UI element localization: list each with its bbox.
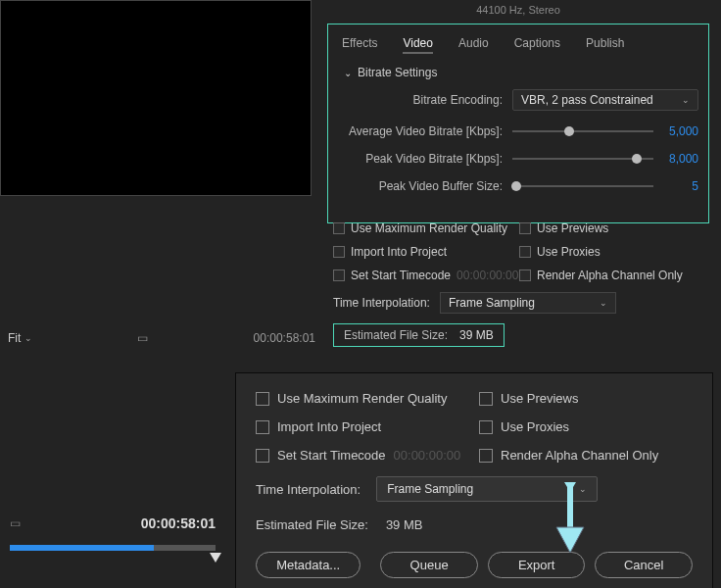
- import-label: Import Into Project: [351, 245, 447, 259]
- start-tc-label: Set Start Timecode: [351, 269, 451, 282]
- export-dialog: Use Maximum Render Quality Use Previews …: [235, 372, 713, 588]
- chevron-down-icon: ⌄: [344, 68, 352, 78]
- bitrate-encoding-label: Bitrate Encoding:: [338, 93, 512, 107]
- b-time-interp-label: Time Interpolation:: [256, 482, 360, 497]
- bitrate-section-header[interactable]: ⌄ Bitrate Settings: [338, 62, 698, 89]
- b-start-tc-value: 00:00:00:00: [394, 448, 461, 463]
- start-tc-checkbox[interactable]: [333, 270, 345, 281]
- b-max-render-label: Use Maximum Render Quality: [277, 391, 447, 406]
- chevron-down-icon: ⌄: [579, 484, 587, 494]
- playhead-icon: [210, 553, 221, 563]
- bitrate-section-label: Bitrate Settings: [358, 66, 437, 79]
- time-interp-dropdown[interactable]: Frame Sampling ⌄: [440, 292, 616, 314]
- b-use-proxies-checkbox[interactable]: [479, 420, 493, 434]
- b-max-render-checkbox[interactable]: [256, 392, 269, 406]
- peak-buffer-slider[interactable]: [512, 185, 653, 187]
- metadata-button[interactable]: Metadata...: [256, 552, 360, 578]
- peak-bitrate-slider[interactable]: [512, 158, 653, 160]
- max-render-checkbox[interactable]: [333, 222, 345, 234]
- max-render-label: Use Maximum Render Quality: [351, 221, 507, 235]
- fit-label: Fit: [8, 331, 21, 345]
- estimated-size-label: Estimated File Size:: [344, 328, 448, 342]
- avg-bitrate-slider[interactable]: [512, 130, 653, 132]
- b-use-previews-checkbox[interactable]: [479, 392, 493, 406]
- video-preview: [0, 0, 312, 196]
- b-use-proxies-label: Use Proxies: [501, 419, 569, 434]
- use-proxies-checkbox[interactable]: [519, 246, 531, 258]
- avg-bitrate-label: Average Video Bitrate [Kbps]:: [338, 124, 512, 138]
- export-button[interactable]: Export: [488, 552, 586, 578]
- time-interp-value: Frame Sampling: [449, 296, 535, 310]
- peak-buffer-label: Peak Video Buffer Size:: [338, 179, 512, 193]
- chevron-down-icon: ⌄: [600, 298, 607, 308]
- chevron-down-icon: ⌄: [682, 95, 690, 105]
- tab-effects[interactable]: Effects: [342, 36, 377, 54]
- export-tabs: Effects Video Audio Captions Publish: [338, 32, 698, 62]
- b-import-checkbox[interactable]: [256, 420, 269, 434]
- start-tc-value: 00:00:00:00: [457, 269, 518, 282]
- alpha-checkbox[interactable]: [519, 270, 531, 281]
- use-previews-label: Use Previews: [537, 221, 608, 235]
- estimated-size-value: 39 MB: [459, 328, 494, 342]
- alpha-label: Render Alpha Channel Only: [537, 269, 683, 282]
- peak-bitrate-value[interactable]: 8,000: [661, 152, 698, 166]
- timecode-display: 00:00:58:01: [141, 515, 216, 531]
- bitrate-highlight: Effects Video Audio Captions Publish ⌄ B…: [327, 24, 709, 223]
- use-previews-checkbox[interactable]: [519, 222, 531, 234]
- tab-captions[interactable]: Captions: [514, 36, 560, 54]
- timecode-out: 00:00:58:01: [254, 331, 315, 345]
- b-estimated-size-label: Estimated File Size:: [256, 517, 368, 532]
- b-import-label: Import Into Project: [277, 419, 381, 434]
- queue-button[interactable]: Queue: [380, 552, 478, 578]
- source-range-icon[interactable]: ▭: [10, 516, 21, 530]
- bitrate-encoding-value: VBR, 2 pass Constrained: [521, 93, 653, 107]
- cancel-button[interactable]: Cancel: [595, 552, 693, 578]
- b-start-tc-checkbox[interactable]: [256, 449, 269, 463]
- import-checkbox[interactable]: [333, 246, 345, 258]
- b-use-previews-label: Use Previews: [501, 391, 578, 406]
- b-start-tc-label: Set Start Timecode: [277, 448, 386, 463]
- estimated-size-highlight: Estimated File Size: 39 MB: [333, 323, 505, 347]
- fit-dropdown[interactable]: Fit ⌄: [8, 331, 32, 345]
- b-alpha-checkbox[interactable]: [479, 449, 493, 463]
- source-range-icon[interactable]: ▭: [137, 331, 148, 345]
- tab-video[interactable]: Video: [403, 36, 432, 54]
- audio-summary: 44100 Hz, Stereo: [327, 0, 709, 20]
- b-estimated-size-value: 39 MB: [386, 517, 423, 532]
- peak-bitrate-label: Peak Video Bitrate [Kbps]:: [338, 152, 512, 166]
- avg-bitrate-value[interactable]: 5,000: [661, 124, 698, 138]
- peak-buffer-value[interactable]: 5: [661, 179, 698, 193]
- use-proxies-label: Use Proxies: [537, 245, 601, 259]
- time-interp-label: Time Interpolation:: [333, 296, 430, 310]
- b-time-interp-value: Frame Sampling: [387, 482, 473, 496]
- b-time-interp-dropdown[interactable]: Frame Sampling ⌄: [376, 476, 598, 502]
- chevron-down-icon: ⌄: [24, 333, 32, 343]
- timeline-scrubber[interactable]: [10, 545, 216, 551]
- tab-audio[interactable]: Audio: [458, 36, 489, 54]
- b-alpha-label: Render Alpha Channel Only: [501, 448, 658, 463]
- tab-publish[interactable]: Publish: [586, 36, 624, 54]
- bitrate-encoding-dropdown[interactable]: VBR, 2 pass Constrained ⌄: [512, 89, 698, 111]
